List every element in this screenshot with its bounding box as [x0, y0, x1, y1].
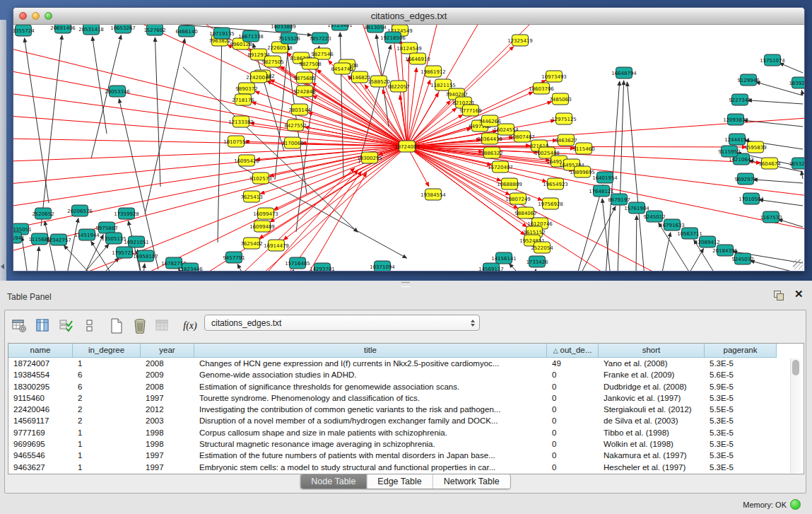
graph-node-teal[interactable]: 10653267 [110, 25, 136, 33]
graph-node-yellow[interactable]: 19384554 [420, 189, 446, 200]
graph-node-teal[interactable]: 17359928 [114, 208, 139, 219]
delete-button[interactable] [131, 317, 149, 334]
graph-node-teal[interactable]: 15723401 [327, 25, 353, 30]
graph-node-teal[interactable]: 1653208 [789, 158, 804, 169]
column-header-out_de[interactable]: △out_de... [547, 344, 599, 358]
cell-title[interactable]: Corpus callosum shape and size in male p… [194, 427, 547, 438]
expand-left-panel-icon[interactable] [1, 264, 4, 269]
graph-node-teal[interactable]: 17010504 [739, 193, 764, 204]
graph-node-teal[interactable]: 6466140 [175, 25, 197, 37]
cell-year[interactable]: 2012 [141, 404, 194, 415]
float-panel-icon[interactable] [774, 291, 785, 301]
graph-node-teal[interactable]: 9457791 [223, 252, 245, 263]
graph-node-teal[interactable]: 16033809 [271, 25, 296, 32]
cell-in_degree[interactable]: 1 [73, 427, 141, 438]
cell-short[interactable]: Nakamura et al. (1997) [599, 450, 705, 461]
graph-node-teal[interactable]: 8679197 [608, 194, 630, 205]
collapsed-left-panel-divider[interactable] [0, 20, 6, 281]
graph-node-teal[interactable]: 20184395 [712, 245, 738, 256]
cell-name[interactable]: 9699695 [8, 438, 73, 450]
cell-name[interactable]: 18300295 [8, 381, 73, 392]
graph-node-yellow[interactable]: 7625413 [240, 191, 262, 202]
graph-node-teal[interactable]: 1733426 [526, 256, 548, 267]
graph-node-yellow[interactable]: 9827508 [299, 58, 321, 69]
show-columns-button[interactable] [34, 317, 52, 334]
tab-network-table[interactable]: Network Table [433, 474, 510, 489]
cell-out_de[interactable]: 0 [547, 404, 599, 415]
table-scrollbar[interactable] [790, 358, 801, 473]
cell-out_de[interactable]: 0 [547, 438, 599, 450]
graph-node-yellow[interactable]: 9827505 [261, 56, 283, 67]
graph-node-yellow[interactable]: 8427552 [284, 119, 306, 131]
cell-in_degree[interactable]: 2 [73, 404, 141, 415]
cell-name[interactable]: 9463627 [8, 462, 73, 473]
table-select-dropdown[interactable]: citations_edges.txt [204, 315, 480, 331]
graph-node-teal[interactable]: 14569117 [478, 263, 504, 271]
cell-short[interactable]: Hescheler et al. (1997) [599, 462, 705, 473]
cell-name[interactable]: 9777169 [8, 427, 73, 438]
cell-in_degree[interactable]: 1 [73, 438, 141, 450]
cell-short[interactable]: Jankovic et al. (1997) [599, 392, 705, 404]
graph-node-teal[interactable]: 20206576 [67, 205, 93, 216]
close-panel-icon[interactable]: ✕ [794, 288, 804, 300]
table-row[interactable]: 969969511998Structural magnetic resonanc… [8, 438, 804, 450]
graph-node-teal[interactable]: 9975887 [95, 222, 117, 233]
graph-node-teal[interactable]: 1839204 [789, 77, 804, 88]
cell-short[interactable]: Wolkin et al. (1998) [599, 438, 705, 450]
cell-short[interactable]: Stergiakouli et al. (2012) [599, 404, 705, 415]
graph-node-yellow[interactable]: 9102573 [249, 173, 271, 184]
graph-node-teal[interactable]: 10563711 [677, 228, 702, 239]
column-header-year[interactable]: year [141, 344, 194, 358]
graph-node-yellow[interactable]: 7886322 [481, 147, 502, 158]
graph-node-yellow[interactable]: 9777169 [459, 105, 481, 116]
cell-title[interactable]: Disruption of a novel member of a sodium… [194, 415, 547, 426]
graph-node-teal[interactable]: 12089412 [695, 236, 720, 247]
graph-node-yellow[interactable]: 2718176 [232, 94, 254, 105]
cell-short[interactable]: de Silva et al. (2003) [599, 415, 705, 426]
cell-pagerank[interactable]: 5.3E-5 [705, 450, 777, 461]
graph-node-yellow[interactable]: 1595839 [744, 141, 766, 153]
cell-pagerank[interactable]: 5.3E-5 [705, 392, 777, 404]
graph-node-teal[interactable]: 16648794 [611, 67, 637, 78]
cell-short[interactable]: Tibbo et al. (1998) [599, 427, 705, 438]
cell-name[interactable]: 9115460 [8, 392, 73, 404]
cell-in_degree[interactable]: 2 [73, 392, 141, 404]
compact-rows-button[interactable] [81, 317, 99, 334]
cell-in_degree[interactable]: 1 [73, 462, 141, 473]
graph-node-teal[interactable]: 9227343 [729, 94, 751, 105]
cell-out_de[interactable]: 0 [547, 381, 599, 392]
cell-out_de[interactable]: 0 [547, 450, 599, 461]
graph-node-teal[interactable]: 17648121 [589, 185, 614, 197]
table-row[interactable]: 2242004622012Investigating the contribut… [8, 404, 804, 415]
graph-node-yellow[interactable]: 2803144 [288, 104, 311, 115]
graph-node-yellow[interactable]: 2522054 [531, 242, 553, 253]
graph-node-teal[interactable]: 16401954 [592, 172, 618, 183]
column-header-name[interactable]: name [8, 344, 73, 358]
graph-node-yellow[interactable]: 7485063 [549, 93, 571, 105]
graph-node-yellow[interactable]: 1604674 [758, 158, 781, 169]
cell-pagerank[interactable]: 5.3E-5 [705, 358, 777, 369]
cell-short[interactable]: Yano et al. (2008) [599, 358, 705, 369]
table-row[interactable]: 1456911722003Disruption of a novel membe… [8, 415, 804, 426]
cell-out_de[interactable]: 0 [547, 369, 599, 380]
cell-year[interactable]: 2008 [141, 358, 194, 369]
graph-node-yellow[interactable]: 10688809 [497, 178, 522, 189]
cell-pagerank[interactable]: 5.3E-5 [705, 415, 777, 426]
graph-node-yellow[interactable]: 9890372 [235, 83, 257, 94]
cell-name[interactable]: 19384554 [8, 369, 73, 380]
graph-node-teal[interactable]: 16791633 [659, 219, 685, 230]
graph-node-yellow[interactable]: 9115460 [572, 143, 594, 154]
new-document-button[interactable] [107, 317, 126, 334]
cell-title[interactable]: Estimation of significance thresholds fo… [194, 381, 547, 392]
cell-in_degree[interactable]: 6 [73, 381, 141, 392]
graph-node-teal[interactable]: 1527602 [143, 25, 165, 35]
function-builder-button[interactable]: f(x) [181, 317, 199, 334]
graph-node-yellow[interactable]: 7625402 [240, 238, 262, 249]
graph-node-yellow[interactable]: 19756928 [538, 198, 563, 209]
cell-year[interactable]: 2008 [141, 381, 194, 392]
cell-pagerank[interactable]: 5.3E-5 [705, 427, 777, 438]
graph-node-teal[interactable]: 9115953 [718, 146, 740, 157]
table-scrollbar-thumb[interactable] [792, 360, 799, 375]
column-header-title[interactable]: title [194, 344, 547, 358]
graph-node-teal[interactable]: 15761904 [624, 202, 649, 214]
